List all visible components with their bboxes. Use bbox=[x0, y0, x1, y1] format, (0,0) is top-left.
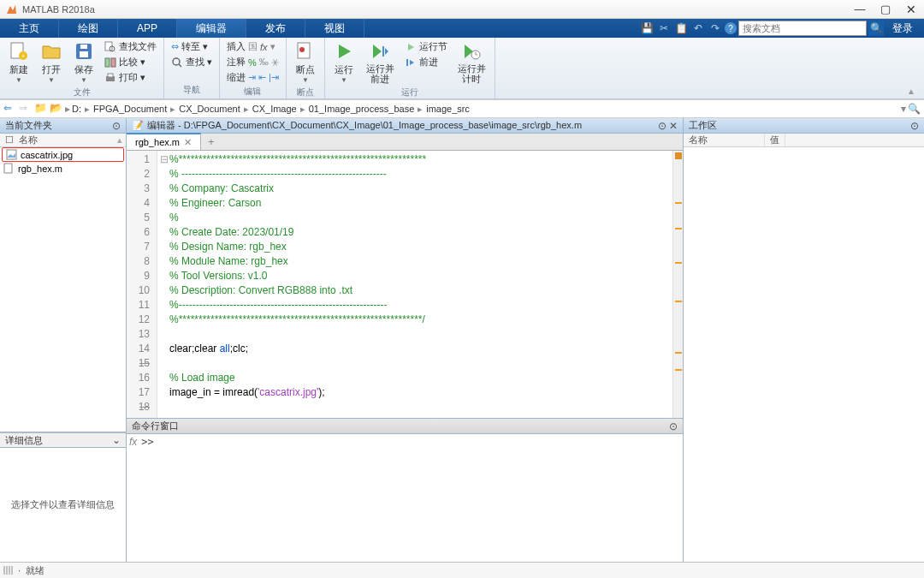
run-button[interactable]: 运行 ▼ bbox=[329, 39, 359, 86]
folder-icon[interactable]: 📂 bbox=[50, 102, 63, 116]
status-bar: · 就绪 bbox=[0, 562, 924, 578]
ribbon-tabs: 主页 绘图 APP 编辑器 发布 视图 💾 ✂ 📋 ↶ ↷ ? 🔍 登录 bbox=[0, 19, 924, 38]
indent-button[interactable]: 缩进 ⇥ ⇤ |⇥ bbox=[223, 70, 282, 85]
folder-up-icon[interactable]: 📁 bbox=[34, 102, 48, 116]
bc-4[interactable]: 01_Image_process_base bbox=[309, 104, 415, 114]
file-tabs: rgb_hex.m ✕ + bbox=[127, 134, 683, 151]
svg-line-13 bbox=[179, 64, 181, 67]
bc-d[interactable]: D: bbox=[72, 104, 81, 114]
workspace-columns: 名称 值 bbox=[684, 134, 924, 147]
run-advance-icon bbox=[370, 41, 390, 62]
minimize-button[interactable]: — bbox=[847, 1, 873, 18]
new-file-icon: + bbox=[9, 41, 29, 62]
editor-menu-icon[interactable]: ⊙ ✕ bbox=[658, 120, 678, 132]
minimap[interactable] bbox=[672, 151, 683, 418]
copy-icon[interactable]: 📋 bbox=[673, 21, 689, 36]
busy-indicator-icon bbox=[3, 566, 13, 575]
forward-icon[interactable]: ⇒ bbox=[19, 102, 33, 116]
bc-3[interactable]: CX_Image bbox=[252, 104, 297, 114]
close-tab-icon[interactable]: ✕ bbox=[184, 137, 192, 148]
svg-rect-16 bbox=[382, 46, 384, 57]
workspace-panel: 工作区 ⊙ 名称 值 bbox=[683, 118, 924, 562]
center-panel: 📝 编辑器 - D:\FPGA_Document\CX_Document\CX_… bbox=[127, 118, 683, 562]
path-dropdown-icon[interactable]: ▾ bbox=[901, 103, 906, 115]
path-search-icon[interactable]: 🔍 bbox=[908, 103, 921, 115]
undo-icon[interactable]: ↶ bbox=[690, 21, 706, 36]
editor-body[interactable]: 1234567891011121314 —151617 —18 ⊟%******… bbox=[127, 151, 683, 418]
print-button[interactable]: 打印 ▾ bbox=[101, 70, 160, 85]
editor-header: 📝 编辑器 - D:\FPGA_Document\CX_Document\CX_… bbox=[127, 118, 683, 134]
file-list: cascatrix.jpg rgb_hex.m bbox=[0, 147, 126, 432]
toolbar-group-file: + 新建 ▼ 打开 ▼ 保存 ▼ 查找文件 比较 ▾ 打印 ▾ 文件 bbox=[0, 38, 164, 98]
advance-icon bbox=[405, 57, 417, 69]
breakpoint-button[interactable]: 断点 ▼ bbox=[290, 39, 321, 86]
window-controls: — ▢ ✕ bbox=[847, 1, 924, 18]
bc-1[interactable]: FPGA_Document bbox=[93, 104, 167, 114]
tab-app[interactable]: APP bbox=[118, 19, 177, 38]
tab-plot[interactable]: 绘图 bbox=[59, 19, 118, 38]
insert-button[interactable]: 插入 国 fx ▾ bbox=[223, 39, 282, 54]
save-button[interactable]: 保存 ▼ bbox=[68, 39, 99, 86]
open-button[interactable]: 打开 ▼ bbox=[36, 39, 67, 86]
details-body: 选择文件以查看详细信息 bbox=[0, 448, 126, 562]
svg-text:+: + bbox=[21, 52, 26, 60]
tab-publish[interactable]: 发布 bbox=[246, 19, 305, 38]
workspace-body[interactable] bbox=[684, 147, 924, 562]
save-all-icon[interactable]: 💾 bbox=[639, 21, 654, 36]
file-tab-rgbhex[interactable]: rgb_hex.m ✕ bbox=[127, 133, 201, 150]
svg-point-15 bbox=[299, 47, 305, 52]
file-item-rgbhex[interactable]: rgb_hex.m bbox=[0, 162, 126, 175]
svg-point-12 bbox=[173, 58, 180, 65]
find-files-icon bbox=[104, 41, 116, 53]
advance-button[interactable]: 前进 bbox=[401, 55, 451, 69]
help-icon[interactable]: ? bbox=[725, 22, 737, 34]
search-icon[interactable]: 🔍 bbox=[868, 21, 884, 36]
svg-rect-17 bbox=[406, 59, 408, 66]
run-advance-button[interactable]: 运行并 前进 bbox=[361, 39, 400, 86]
goto-button[interactable]: ⇔ 转至 ▾ bbox=[168, 39, 216, 54]
toolbar-group-nav: ⇔ 转至 ▾ 查找 ▾ 导航 bbox=[164, 38, 220, 98]
run-time-button[interactable]: 运行并 计时 bbox=[453, 39, 491, 86]
run-section-button[interactable]: 运行节 bbox=[401, 39, 451, 54]
details-panel: 详细信息 ⌄ 选择文件以查看详细信息 bbox=[0, 432, 126, 562]
details-collapse-icon[interactable]: ⌄ bbox=[112, 434, 121, 446]
run-section-icon bbox=[405, 41, 417, 53]
bc-2[interactable]: CX_Document bbox=[179, 104, 240, 114]
bc-5[interactable]: image_src bbox=[426, 104, 470, 114]
command-body[interactable]: fx >> bbox=[127, 434, 683, 562]
tab-view[interactable]: 视图 bbox=[305, 19, 364, 38]
open-folder-icon bbox=[41, 41, 62, 62]
print-icon bbox=[104, 72, 116, 84]
workspace-menu-icon[interactable]: ⊙ bbox=[910, 120, 919, 132]
close-button[interactable]: ✕ bbox=[898, 1, 924, 18]
tab-home[interactable]: 主页 bbox=[0, 19, 59, 38]
find-button[interactable]: 查找 ▾ bbox=[168, 55, 216, 69]
login-button[interactable]: 登录 bbox=[886, 21, 920, 36]
toolbar-group-run: 运行 ▼ 运行并 前进 运行节 前进 运行并 计时 运行 bbox=[325, 38, 495, 98]
code-area[interactable]: ⊟%**************************************… bbox=[157, 151, 672, 418]
add-tab-button[interactable]: + bbox=[201, 134, 222, 150]
redo-icon[interactable]: ↷ bbox=[708, 21, 723, 36]
toolbar-group-breakpoint: 断点 ▼ 断点 bbox=[287, 38, 325, 98]
toolbar-group-edit: 插入 国 fx ▾ 注释 % ‰ ⚹ 缩进 ⇥ ⇤ |⇥ 编辑 bbox=[220, 38, 287, 98]
comment-button[interactable]: 注释 % ‰ ⚹ bbox=[223, 55, 282, 69]
save-icon bbox=[74, 41, 94, 62]
path-bar: ⇐ ⇒ 📁 📂 ▸ D:▸ FPGA_Document▸ CX_Document… bbox=[0, 99, 924, 118]
m-file-icon bbox=[3, 163, 15, 174]
panel-menu-icon[interactable]: ⊙ bbox=[112, 120, 121, 132]
fx-icon[interactable]: fx bbox=[127, 434, 139, 562]
run-time-icon bbox=[461, 41, 482, 62]
compare-button[interactable]: 比较 ▾ bbox=[101, 55, 160, 69]
svg-rect-11 bbox=[108, 74, 113, 77]
search-input[interactable] bbox=[738, 21, 867, 36]
back-icon[interactable]: ⇐ bbox=[3, 102, 17, 116]
cut-icon[interactable]: ✂ bbox=[656, 21, 672, 36]
find-files-button[interactable]: 查找文件 bbox=[101, 39, 160, 54]
new-button[interactable]: + 新建 ▼ bbox=[3, 39, 34, 86]
breadcrumb: D:▸ FPGA_Document▸ CX_Document▸ CX_Image… bbox=[72, 104, 470, 115]
maximize-button[interactable]: ▢ bbox=[873, 1, 898, 18]
current-folder-header: 当前文件夹 ⊙ bbox=[0, 118, 126, 134]
file-item-cascatrix[interactable]: cascatrix.jpg bbox=[2, 147, 124, 162]
cmd-menu-icon[interactable]: ⊙ bbox=[669, 420, 678, 432]
tab-editor[interactable]: 编辑器 bbox=[177, 19, 246, 38]
